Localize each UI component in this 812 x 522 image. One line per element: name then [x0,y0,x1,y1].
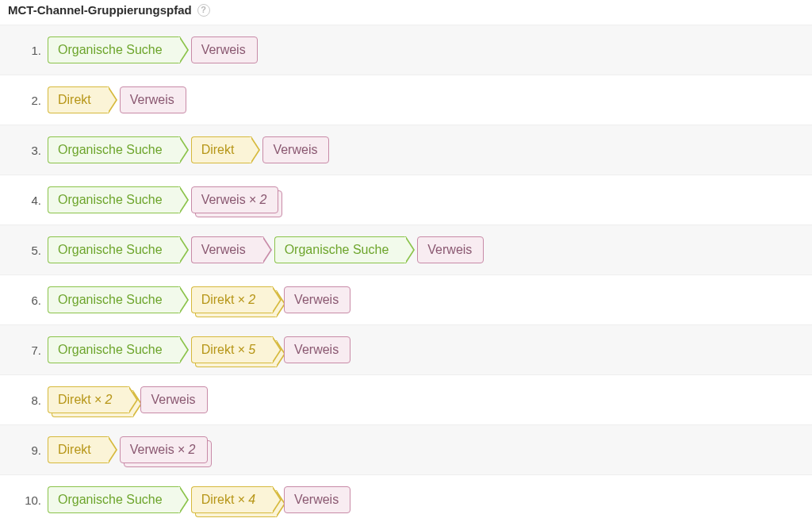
channel-step: Verweis × 2Verweis × 2 [120,436,208,463]
channel-step: Verweis [191,236,263,263]
channel-path: Organische SucheDirekt × 5Direkt × 5Verw… [48,336,350,363]
channel-label: Organische Suche [285,243,389,257]
help-icon[interactable]: ? [197,4,210,17]
channel-label: Direkt [201,493,235,507]
channel-bubble[interactable]: Verweis [284,286,350,313]
path-row: 8.Direkt × 2Direkt × 2Verweis [0,374,812,424]
channel-label: Organische Suche [58,143,163,157]
channel-bubble[interactable]: Organische Suche [48,486,180,513]
channel-path: DirektVerweis [48,86,186,113]
channel-path: Organische SucheDirekt × 2Direkt × 2Verw… [48,286,350,313]
channel-step: Direkt [191,136,252,163]
path-row: 2.DirektVerweis [0,75,812,125]
channel-bubble[interactable]: Direkt [191,136,252,163]
channel-bubble[interactable]: Verweis [120,86,186,113]
path-row: 6.Organische SucheDirekt × 2Direkt × 2Ve… [0,274,812,324]
channel-label: Verweis [201,43,246,57]
channel-step: Direkt [48,436,109,463]
channel-step: Organische Suche [48,136,180,163]
row-number: 4. [16,194,48,207]
channel-step: Verweis × 2Verweis × 2 [191,186,279,213]
channel-bubble[interactable]: Organische Suche [48,236,180,263]
channel-path: Direkt × 2Direkt × 2Verweis [48,386,208,413]
row-number: 6. [16,294,48,307]
channel-step: Verweis [417,236,484,263]
channel-label: Verweis [130,93,174,107]
channel-step: Organische Suche [48,286,180,313]
channel-bubble[interactable]: Verweis [284,486,350,513]
channel-bubble[interactable]: Organische Suche [48,336,180,363]
channel-label: Verweis [151,393,195,407]
channel-step: Verweis [284,336,350,363]
channel-label: Direkt [201,143,235,157]
path-row: 3.Organische SucheDirektVerweis [0,125,812,175]
channel-bubble[interactable]: Direkt [48,436,109,463]
channel-bubble[interactable]: Direkt [48,86,109,113]
channel-step: Direkt [48,86,109,113]
channel-label: Verweis [294,343,339,357]
channel-bubble[interactable]: Verweis [262,136,329,163]
row-number: 7. [16,344,48,357]
channel-path: Organische SucheVerweis [48,36,258,63]
channel-path: DirektVerweis × 2Verweis × 2 [48,436,208,463]
table-header: MCT-Channel-Gruppierungspfad ? [0,0,812,25]
channel-bubble[interactable]: Verweis [140,386,207,413]
path-rows-container: 1.Organische SucheVerweis2.DirektVerweis… [0,25,812,522]
channel-label: Verweis [201,243,246,257]
channel-label: Direkt [58,443,91,457]
channel-bubble[interactable]: Organische Suche [274,236,407,263]
channel-step: Direkt × 5Direkt × 5 [191,336,273,363]
channel-label: Organische Suche [58,493,163,507]
column-title: MCT-Channel-Gruppierungspfad [8,3,192,17]
row-number: 8. [16,393,48,407]
channel-step: Direkt × 4Direkt × 4 [191,486,273,513]
channel-label: Organische Suche [58,243,163,257]
channel-label: Verweis [294,293,339,307]
channel-step: Organische Suche [274,236,407,263]
channel-bubble[interactable]: Organische Suche [48,136,180,163]
channel-bubble[interactable]: Direkt × 5 [191,336,273,363]
channel-step: Organische Suche [48,36,180,63]
channel-label: Organische Suche [58,343,163,357]
channel-count: × 2 [237,293,255,307]
channel-label: Direkt [201,293,235,307]
channel-label: Verweis [201,193,246,207]
channel-bubble[interactable]: Organische Suche [48,36,180,63]
row-number: 10. [16,493,48,507]
path-row: 1.Organische SucheVerweis [0,25,812,75]
channel-bubble[interactable]: Direkt × 2 [48,386,129,413]
channel-step: Direkt × 2Direkt × 2 [48,386,129,413]
channel-step: Direkt × 2Direkt × 2 [191,286,273,313]
path-row: 9.DirektVerweis × 2Verweis × 2 [0,424,812,474]
channel-bubble[interactable]: Verweis [191,36,258,63]
channel-label: Verweis [273,143,317,157]
channel-bubble[interactable]: Organische Suche [48,186,180,213]
channel-bubble[interactable]: Direkt × 2 [191,286,273,313]
path-row: 4.Organische SucheVerweis × 2Verweis × 2 [0,175,812,225]
channel-step: Verweis [262,136,329,163]
channel-bubble[interactable]: Verweis [191,236,263,263]
channel-step: Verweis [140,386,207,413]
channel-bubble[interactable]: Verweis [417,236,484,263]
channel-step: Organische Suche [48,236,180,263]
channel-bubble[interactable]: Direkt × 4 [191,486,273,513]
channel-step: Verweis [284,286,350,313]
path-row: 5.Organische SucheVerweisOrganische Such… [0,225,812,274]
channel-step: Verweis [284,486,350,513]
channel-label: Organische Suche [58,193,163,207]
row-number: 2. [16,94,48,107]
channel-path: Organische SucheVerweis × 2Verweis × 2 [48,186,278,213]
row-number: 1. [16,44,48,57]
path-row: 10.Organische SucheDirekt × 4Direkt × 4V… [0,474,812,522]
channel-label: Organische Suche [58,43,163,57]
channel-bubble[interactable]: Organische Suche [48,286,180,313]
channel-label: Direkt [201,343,235,357]
channel-bubble[interactable]: Verweis [284,336,350,363]
row-number: 9. [16,443,48,457]
channel-bubble[interactable]: Verweis × 2 [120,436,208,463]
channel-path: Organische SucheDirekt × 4Direkt × 4Verw… [48,486,350,513]
channel-path: Organische SucheVerweisOrganische SucheV… [48,236,484,263]
channel-bubble[interactable]: Verweis × 2 [191,186,279,213]
channel-path: Organische SucheDirektVerweis [48,136,329,163]
channel-step: Organische Suche [48,336,180,363]
